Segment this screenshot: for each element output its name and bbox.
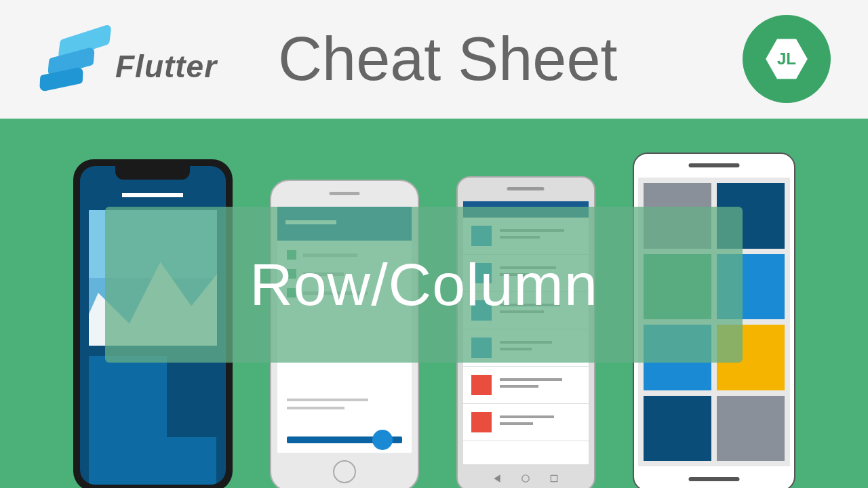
speaker-icon xyxy=(688,477,739,481)
speaker-icon xyxy=(507,187,545,190)
flutter-logo: Flutter xyxy=(34,22,217,97)
author-badge-text: JL xyxy=(777,49,796,68)
home-icon xyxy=(521,474,530,483)
flutter-logo-text: Flutter xyxy=(115,48,217,85)
speaker-icon xyxy=(329,192,359,195)
svg-point-1 xyxy=(522,475,530,483)
slider-thumb xyxy=(372,430,393,450)
stage: Row/Column xyxy=(0,119,868,488)
author-badge: JL xyxy=(743,15,831,103)
svg-rect-2 xyxy=(551,475,557,481)
topic-label: Row/Column xyxy=(250,250,598,319)
hexagon-icon: JL xyxy=(763,35,810,83)
header: Flutter Cheat Sheet JL xyxy=(0,0,868,119)
notch-icon xyxy=(115,166,190,180)
phone1-bottom-card xyxy=(89,437,216,485)
grid-tile xyxy=(717,396,785,462)
speaker-icon xyxy=(688,163,739,167)
recents-icon xyxy=(549,474,559,483)
list-item xyxy=(463,367,589,404)
back-icon xyxy=(492,474,502,483)
home-button-icon xyxy=(333,460,356,483)
grid-tile xyxy=(644,396,711,462)
phone2-footer xyxy=(277,399,412,453)
list-item xyxy=(463,404,589,441)
phone1-card xyxy=(89,356,167,437)
flutter-brush-icon xyxy=(34,22,108,97)
phone1-title-bar xyxy=(122,193,183,197)
topic-overlay: Row/Column xyxy=(105,207,743,363)
android-navbar xyxy=(492,474,559,483)
